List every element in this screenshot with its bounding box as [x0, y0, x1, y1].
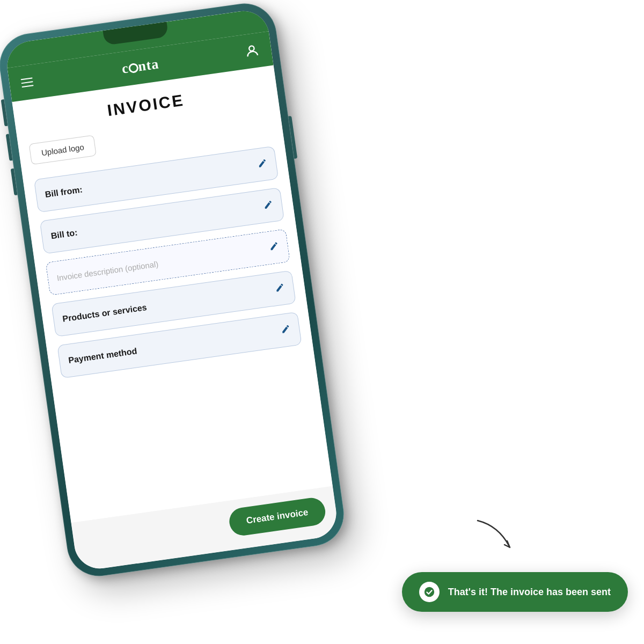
bill-to-edit-icon: [262, 199, 274, 213]
invoice-description-edit-icon: [268, 240, 280, 254]
payment-method-label: Payment method: [68, 346, 137, 365]
invoice-description-placeholder: Invoice description (optional): [56, 259, 159, 282]
products-services-edit-icon: [274, 282, 286, 295]
screen-content: INVOICE Upload logo Bill from: Bill: [12, 65, 332, 523]
app-logo: cnta: [121, 56, 160, 77]
success-toast: That's it! The invoice has been sent: [402, 572, 628, 612]
svg-point-0: [249, 46, 255, 52]
phone-mockup: cnta INVOICE Upload logo B: [0, 0, 348, 580]
check-circle-icon: [419, 582, 440, 602]
toast-message: That's it! The invoice has been sent: [448, 587, 611, 598]
payment-method-edit-icon: [280, 324, 291, 337]
bill-to-label: Bill to:: [50, 228, 78, 241]
user-icon[interactable]: [244, 42, 261, 60]
upload-logo-button[interactable]: Upload logo: [29, 135, 97, 165]
bill-from-label: Bill from:: [45, 185, 83, 200]
phone-shell: cnta INVOICE Upload logo B: [0, 0, 348, 580]
scene: cnta INVOICE Upload logo B: [0, 0, 644, 644]
svg-point-1: [424, 587, 434, 597]
arrow-decoration: [472, 515, 526, 558]
notch: [103, 21, 169, 45]
create-invoice-button[interactable]: Create invoice: [228, 496, 327, 537]
bill-from-edit-icon: [257, 158, 268, 171]
hamburger-icon[interactable]: [21, 77, 34, 87]
phone-screen: cnta INVOICE Upload logo B: [4, 8, 339, 572]
products-services-label: Products or services: [62, 303, 147, 324]
